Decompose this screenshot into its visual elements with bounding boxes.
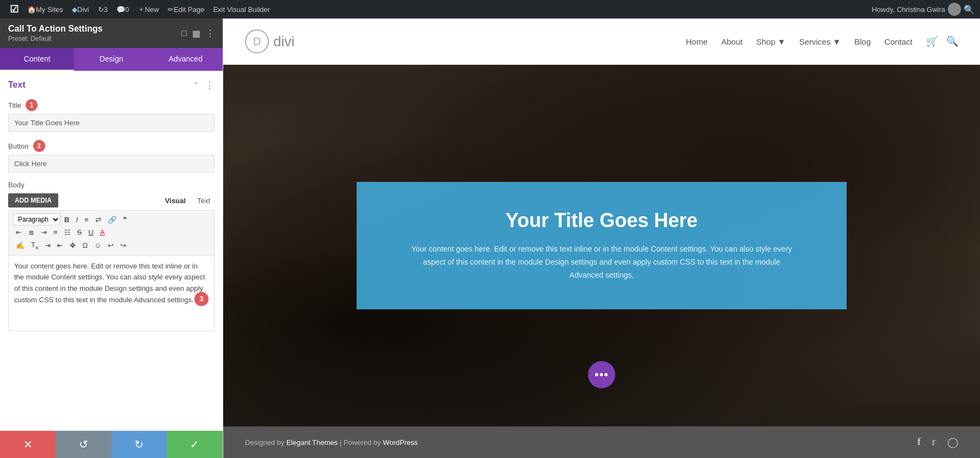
logo-circle: D: [245, 29, 269, 53]
table-button[interactable]: ☷: [62, 227, 74, 238]
instagram-icon[interactable]: ◯: [947, 436, 958, 448]
panel-resize-icon[interactable]: □: [181, 28, 187, 39]
title-badge: 1: [26, 99, 38, 111]
cta-body: Your content goes here. Edit or remove t…: [411, 243, 792, 282]
footer-social: f 𝕣 ◯: [917, 436, 958, 448]
right-panel: D divi Home About Shop ▼ Services ▼: [223, 19, 980, 458]
avatar: [948, 3, 961, 16]
strikethrough-button[interactable]: S: [75, 227, 85, 238]
panel-content: Text ⌃ ⋮ Title 1 Button 2 Body: [0, 71, 223, 431]
bold-button[interactable]: B: [62, 214, 72, 225]
redo-button[interactable]: ↻: [112, 431, 167, 458]
editor-toolbar: Paragraph B I ≡ ⇄ 🔗 ❞ ⇤ ≣ ⇥ ≡ ☷ S U: [8, 210, 215, 255]
clear-format-button[interactable]: Tx: [28, 239, 41, 252]
outdent-button[interactable]: ⇤: [54, 240, 66, 251]
cta-title: Your Title Goes Here: [389, 209, 814, 232]
button-input[interactable]: [8, 155, 215, 173]
tab-content[interactable]: Content: [0, 48, 74, 71]
divi-logo-icon: ◆: [72, 5, 77, 14]
comments-link[interactable]: 💬 0: [112, 0, 133, 19]
exit-visual-builder-link[interactable]: Exit Visual Builder: [209, 0, 274, 19]
floating-menu-button[interactable]: •••: [588, 361, 615, 388]
paste-button[interactable]: ✍: [13, 240, 27, 251]
nav-services[interactable]: Services ▼: [799, 37, 841, 46]
title-field-label: Title 1: [8, 99, 215, 111]
my-sites-link[interactable]: 🏠 My Sites: [23, 0, 68, 19]
panel-columns-icon[interactable]: ▦: [192, 28, 200, 39]
align-right-button[interactable]: ⇥: [38, 227, 50, 238]
admin-bar-right: Howdy, Christina Gwira 🔍: [872, 3, 975, 16]
save-button[interactable]: ✓: [167, 431, 223, 458]
left-panel: Call To Action Settings Preset: Default …: [0, 19, 223, 458]
align-center-button[interactable]: ≣: [26, 227, 37, 238]
redo-editor-button[interactable]: ↪: [118, 240, 129, 251]
nav-shop[interactable]: Shop ▼: [756, 37, 786, 46]
unordered-list-button[interactable]: ≡: [82, 214, 91, 225]
nav-icons: 🛒 🔍: [926, 35, 958, 47]
panel-header-left: Call To Action Settings Preset: Default: [8, 24, 102, 42]
wp-admin-bar: ☑ 🏠 My Sites ◆ Divi ↻ 3 💬 0 ＋ New ✏ Edit…: [0, 0, 980, 19]
facebook-icon[interactable]: f: [917, 436, 921, 448]
text-tab[interactable]: Text: [193, 194, 215, 207]
panel-actions: ✕ ↺ ↻ ✓: [0, 431, 223, 458]
logo-text: divi: [273, 33, 295, 50]
link-button[interactable]: 🔗: [105, 214, 119, 225]
toolbar-row-3: ✍ Tx ⇥ ⇤ ✥ Ω ☺ ↩ ↪: [13, 239, 210, 252]
twitter-icon[interactable]: 𝕣: [932, 436, 936, 448]
new-link[interactable]: ＋ New: [133, 0, 163, 19]
site-footer: Designed by Elegant Themes | Powered by …: [223, 426, 980, 458]
pencil-icon: ✏: [168, 5, 174, 14]
elegant-themes-link[interactable]: Elegant Themes: [286, 438, 338, 447]
refresh-link[interactable]: ↻ 3: [94, 0, 112, 19]
nav-about[interactable]: About: [721, 37, 743, 46]
editor-view-tabs: Visual Text: [161, 194, 215, 207]
toolbar-row-1: Paragraph B I ≡ ⇄ 🔗 ❞: [13, 213, 210, 225]
emoji-button[interactable]: ☺: [91, 240, 104, 251]
refresh-icon: ↻: [98, 5, 104, 14]
admin-search-button[interactable]: 🔍: [964, 4, 975, 15]
indent-button[interactable]: ⇥: [42, 240, 53, 251]
cancel-button[interactable]: ✕: [0, 431, 56, 458]
add-media-button[interactable]: ADD MEDIA: [8, 193, 58, 207]
undo-editor-button[interactable]: ↩: [105, 240, 117, 251]
fullscreen-button[interactable]: ✥: [67, 240, 78, 251]
services-chevron-icon: ▼: [832, 37, 841, 46]
visual-tab[interactable]: Visual: [161, 194, 190, 207]
italic-button[interactable]: I: [73, 214, 81, 225]
divi-link[interactable]: ◆ Divi: [68, 0, 94, 19]
tab-advanced[interactable]: Advanced: [149, 48, 223, 71]
align-justify-button[interactable]: ≡: [51, 227, 60, 238]
wp-logo-link[interactable]: ☑: [5, 0, 23, 19]
tab-design[interactable]: Design: [74, 48, 148, 71]
blockquote-button[interactable]: ❞: [120, 214, 130, 225]
nav-home[interactable]: Home: [686, 37, 708, 46]
site-nav: Home About Shop ▼ Services ▼ Blog Contac…: [686, 35, 958, 47]
site-header: D divi Home About Shop ▼ Services ▼: [223, 19, 980, 65]
panel-more-icon[interactable]: ⋮: [206, 28, 215, 39]
edit-page-link[interactable]: ✏ Edit Page: [163, 0, 209, 19]
cart-icon[interactable]: 🛒: [926, 35, 938, 47]
undo-button[interactable]: ↺: [56, 431, 111, 458]
panel-title: Call To Action Settings: [8, 24, 102, 34]
ordered-list-button[interactable]: ⇄: [93, 214, 104, 225]
nav-contact[interactable]: Contact: [884, 37, 912, 46]
section-collapse-icon[interactable]: ⌃: [193, 81, 199, 89]
align-left-button[interactable]: ⇤: [13, 227, 24, 238]
section-header: Text ⌃ ⋮: [8, 79, 215, 91]
panel-header: Call To Action Settings Preset: Default …: [0, 19, 223, 48]
panel-tabs: Content Design Advanced: [0, 48, 223, 71]
special-chars-button[interactable]: Ω: [79, 240, 90, 251]
editor-body[interactable]: Your content goes here. Edit or remove t…: [8, 255, 215, 331]
format-select[interactable]: Paragraph: [13, 213, 60, 225]
underline-button[interactable]: U: [85, 227, 96, 238]
comment-icon: 💬: [117, 5, 125, 14]
section-more-icon[interactable]: ⋮: [205, 79, 215, 91]
title-input[interactable]: [8, 114, 215, 132]
wordpress-link[interactable]: WordPress: [383, 438, 418, 447]
text-color-button[interactable]: A: [97, 227, 108, 238]
nav-blog[interactable]: Blog: [854, 37, 871, 46]
site-logo: D divi: [245, 29, 295, 53]
preset-label: Preset: Default: [8, 35, 102, 42]
search-icon[interactable]: 🔍: [946, 35, 958, 47]
body-badge: 3: [194, 292, 209, 306]
